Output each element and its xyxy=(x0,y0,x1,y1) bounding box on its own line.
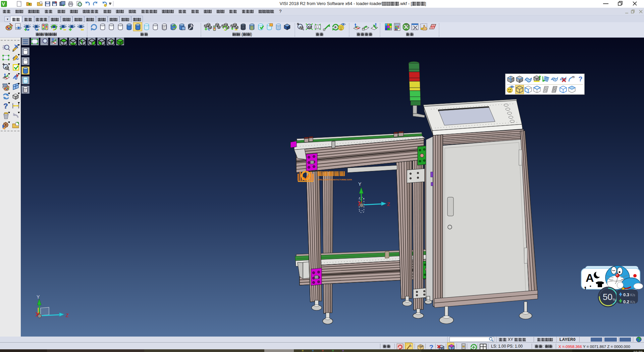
svg-text:3d: 3d xyxy=(419,344,423,348)
svg-text:?: ? xyxy=(578,75,582,83)
svg-text:?: ? xyxy=(3,102,8,110)
svg-text:V: V xyxy=(2,1,5,7)
svg-text:1:1: 1:1 xyxy=(316,26,319,29)
